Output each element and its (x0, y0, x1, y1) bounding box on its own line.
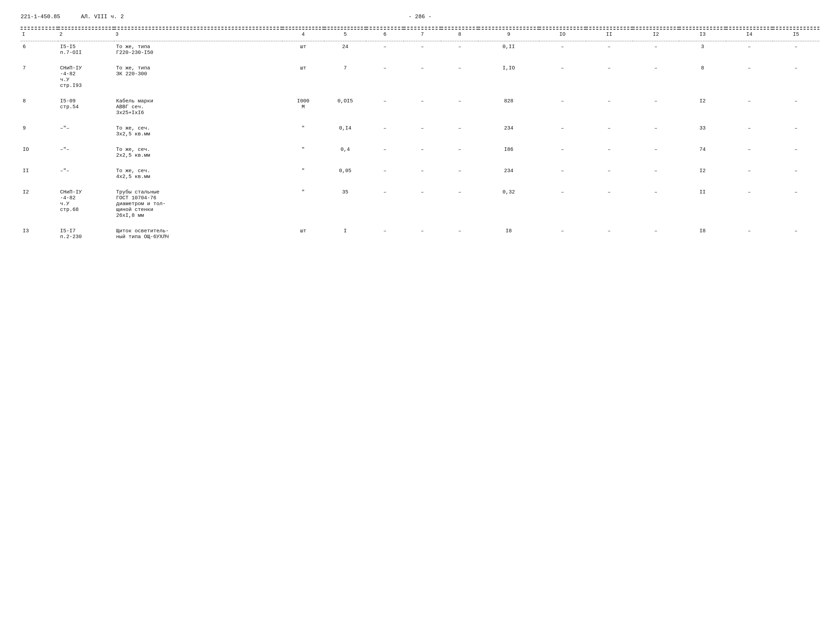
row-7-col-9: 0,32 (478, 187, 539, 221)
spacer-row (21, 140, 819, 144)
row-8-col-14: – (726, 226, 773, 242)
row-5-col-10: – (539, 144, 586, 161)
row-4-col-8: – (441, 123, 479, 140)
row-5-col-15: – (773, 144, 819, 161)
row-4-col-13: 33 (679, 123, 726, 140)
row-8-col-2: I5-I7 п.2-230 (58, 226, 114, 242)
row-5-col-1: IO (21, 144, 58, 161)
row-1-col-10: – (539, 41, 586, 59)
row-2-col-9: I,IO (478, 63, 539, 91)
row-8-col-10: – (539, 226, 586, 242)
row-7-col-6: – (366, 187, 404, 221)
col-header-14: I4 (726, 29, 773, 40)
row-4-col-7: – (404, 123, 441, 140)
row-3-col-1: 8 (21, 96, 58, 119)
col-header-3: 3 (114, 29, 282, 40)
row-3-col-13: I2 (679, 96, 726, 119)
table-row: IO–"–То же, сеч. 2x2,5 кв.мм"0,4–––I86––… (21, 144, 819, 161)
row-4-col-9: 234 (478, 123, 539, 140)
row-1-col-4: шт (282, 41, 324, 59)
row-1-col-3: То же, типа Г220-230-I50 (114, 41, 282, 59)
col-header-8: 8 (441, 29, 479, 40)
row-2-col-7: – (404, 63, 441, 91)
row-6-col-7: – (404, 165, 441, 182)
row-5-col-14: – (726, 144, 773, 161)
row-7-col-7: – (404, 187, 441, 221)
row-5-col-7: – (404, 144, 441, 161)
row-1-col-9: 0,II (478, 41, 539, 59)
row-1-col-6: – (366, 41, 404, 59)
row-6-col-3: То же, сеч. 4x2,5 кв.мм (114, 165, 282, 182)
row-1-col-15: – (773, 41, 819, 59)
row-7-col-14: – (726, 187, 773, 221)
row-1-col-11: – (586, 41, 633, 59)
row-3-col-7: – (404, 96, 441, 119)
page-number: - 286 - (408, 14, 432, 20)
row-5-col-3: То же, сеч. 2x2,5 кв.мм (114, 144, 282, 161)
row-3-col-12: – (633, 96, 679, 119)
row-5-col-5: 0,4 (324, 144, 366, 161)
row-6-col-5: 0,05 (324, 165, 366, 182)
row-7-col-1: I2 (21, 187, 58, 221)
col-header-9: 9 (478, 29, 539, 40)
row-4-col-5: 0,I4 (324, 123, 366, 140)
row-4-col-1: 9 (21, 123, 58, 140)
row-8-col-6: – (366, 226, 404, 242)
row-5-col-11: – (586, 144, 633, 161)
row-3-col-10: – (539, 96, 586, 119)
row-1-col-13: 3 (679, 41, 726, 59)
col-header-11: II (586, 29, 633, 40)
row-7-col-10: – (539, 187, 586, 221)
col-header-10: IO (539, 29, 586, 40)
row-2-col-8: – (441, 63, 479, 91)
row-2-col-14: – (726, 63, 773, 91)
col-header-6: 6 (366, 29, 404, 40)
row-4-col-6: – (366, 123, 404, 140)
col-header-5: 5 (324, 29, 366, 40)
row-6-col-14: – (726, 165, 773, 182)
row-3-col-15: – (773, 96, 819, 119)
spacer-row (21, 91, 819, 96)
main-table-container: I 2 3 4 5 6 7 8 9 IO II I2 I3 I4 I5 6I5 (21, 27, 819, 247)
row-2-col-4: шт (282, 63, 324, 91)
spacer-row (21, 242, 819, 247)
row-2-col-2: СНиП-IУ -4-82 ч.У стр.I93 (58, 63, 114, 91)
col-header-15: I5 (773, 29, 819, 40)
row-8-col-8: – (441, 226, 479, 242)
spacer-row (21, 221, 819, 226)
row-6-col-12: – (633, 165, 679, 182)
spacer-row (21, 182, 819, 187)
row-8-col-7: – (404, 226, 441, 242)
col-header-7: 7 (404, 29, 441, 40)
header-left: 221-1-450.85 АЛ. VIII ч. 2 (21, 14, 124, 20)
row-3-col-14: – (726, 96, 773, 119)
table-row: 8I5-09 стр.54Кабель марки АВВГ сеч. 3x25… (21, 96, 819, 119)
row-4-col-12: – (633, 123, 679, 140)
row-4-col-15: – (773, 123, 819, 140)
col-header-2: 2 (58, 29, 114, 40)
row-1-col-2: I5-I5 п.7-OII (58, 41, 114, 59)
row-6-col-4: " (282, 165, 324, 182)
row-3-col-11: – (586, 96, 633, 119)
spacer-row (21, 161, 819, 165)
row-6-col-13: I2 (679, 165, 726, 182)
row-8-col-11: – (586, 226, 633, 242)
row-2-col-1: 7 (21, 63, 58, 91)
document-code: 221-1-450.85 (21, 14, 60, 20)
row-8-col-13: I8 (679, 226, 726, 242)
row-2-col-6: – (366, 63, 404, 91)
row-6-col-1: II (21, 165, 58, 182)
row-7-col-2: СНиП-IУ -4-82 ч.У стр.68 (58, 187, 114, 221)
row-7-col-5: 35 (324, 187, 366, 221)
row-7-col-4: " (282, 187, 324, 221)
row-2-col-15: – (773, 63, 819, 91)
row-8-col-4: шт (282, 226, 324, 242)
row-5-col-2: –"– (58, 144, 114, 161)
row-2-col-5: 7 (324, 63, 366, 91)
row-3-col-2: I5-09 стр.54 (58, 96, 114, 119)
row-5-col-6: – (366, 144, 404, 161)
page-header: 221-1-450.85 АЛ. VIII ч. 2 - 286 - (21, 14, 819, 20)
row-8-col-5: I (324, 226, 366, 242)
row-8-col-9: I8 (478, 226, 539, 242)
row-7-col-13: II (679, 187, 726, 221)
